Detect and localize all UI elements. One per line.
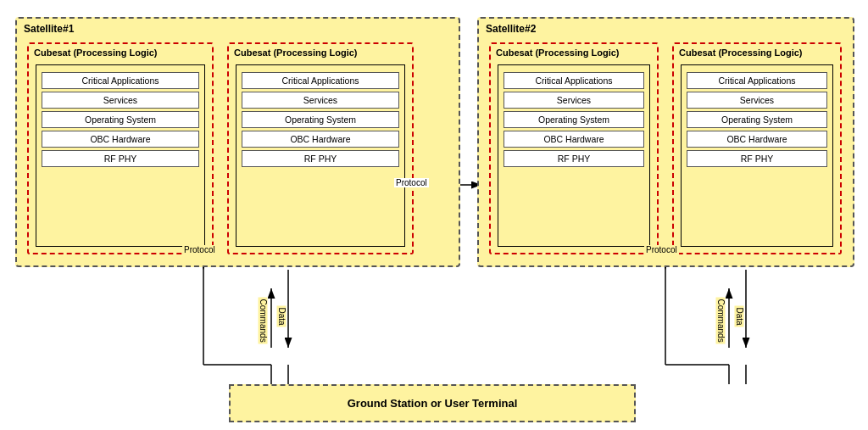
cubesat2a-outer: Cubesat (Processing Logic) Critical Appl… — [489, 42, 659, 254]
cubesat2a-layer-3: OBC Hardware — [504, 131, 644, 148]
cubesat1b-layer-0: Critical Applications — [242, 72, 399, 89]
cubesat2a-layer-2: Operating System — [504, 111, 644, 128]
cubesat2a-inner: Critical Applications Services Operating… — [498, 64, 650, 247]
cubesat2a-label: Cubesat (Processing Logic) — [496, 47, 619, 58]
cubesat1b-layer-2: Operating System — [242, 111, 399, 128]
data-label-sat2: Data — [735, 306, 744, 327]
cubesat1b-layer-1: Services — [242, 92, 399, 109]
cubesat2b-layer-1: Services — [687, 92, 827, 109]
cubesat2a-layer-0: Critical Applications — [504, 72, 644, 89]
cubesat1a-inner: Critical Applications Services Operating… — [36, 64, 205, 247]
cubesat1b-label: Cubesat (Processing Logic) — [234, 47, 357, 58]
protocol-label-sat2-bottom: Protocol — [644, 245, 679, 254]
cubesat1a-outer: Cubesat (Processing Logic) Critical Appl… — [27, 42, 214, 254]
cubesat1b-layer-4: RF PHY — [242, 150, 399, 167]
cubesat1a-label: Cubesat (Processing Logic) — [34, 47, 157, 58]
satellite1-box: Satellite#1 Cubesat (Processing Logic) C… — [15, 17, 460, 267]
protocol-label-center: Protocol — [394, 178, 429, 187]
cubesat1a-layer-3: OBC Hardware — [42, 131, 199, 148]
cubesat2b-layer-0: Critical Applications — [687, 72, 827, 89]
cubesat2a-layer-4: RF PHY — [504, 150, 644, 167]
diagram-container: Satellite#1 Cubesat (Processing Logic) C… — [0, 0, 868, 430]
ground-station-label: Ground Station or User Terminal — [348, 397, 518, 410]
cubesat1b-outer: Cubesat (Processing Logic) Critical Appl… — [227, 42, 414, 254]
protocol-label-sat1-bottom: Protocol — [182, 245, 217, 254]
cubesat2b-layer-4: RF PHY — [687, 150, 827, 167]
cubesat2b-inner: Critical Applications Services Operating… — [681, 64, 833, 247]
cubesat2b-label: Cubesat (Processing Logic) — [679, 47, 802, 58]
cubesat1b-layer-3: OBC Hardware — [242, 131, 399, 148]
cubesat2b-layer-2: Operating System — [687, 111, 827, 128]
cubesat1b-inner: Critical Applications Services Operating… — [236, 64, 405, 247]
satellite1-label: Satellite#1 — [24, 23, 74, 35]
cubesat1a-layer-0: Critical Applications — [42, 72, 199, 89]
cubesat1a-layer-2: Operating System — [42, 111, 199, 128]
ground-station-box: Ground Station or User Terminal — [229, 384, 636, 422]
commands-label-sat2: Commands — [716, 298, 726, 344]
cubesat1a-layer-1: Services — [42, 92, 199, 109]
cubesat2a-layer-1: Services — [504, 92, 644, 109]
cubesat2b-outer: Cubesat (Processing Logic) Critical Appl… — [672, 42, 842, 254]
satellite2-box: Satellite#2 Cubesat (Processing Logic) C… — [477, 17, 854, 267]
cubesat1a-layer-4: RF PHY — [42, 150, 199, 167]
data-label-sat1: Data — [277, 306, 287, 327]
commands-label-sat1: Commands — [259, 298, 268, 344]
satellite2-label: Satellite#2 — [486, 23, 536, 35]
cubesat2b-layer-3: OBC Hardware — [687, 131, 827, 148]
